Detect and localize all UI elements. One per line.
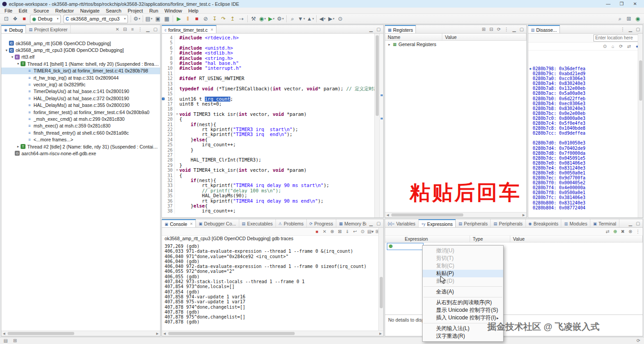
disasm-line[interactable]: 0280b7d8: 0x7f0000da <box>528 151 637 156</box>
resume-icon[interactable]: ▶ <box>174 15 183 23</box>
code-text[interactable]: if(nest){ <box>179 178 374 183</box>
filter-icon[interactable]: ≡ <box>130 27 136 32</box>
code-text[interactable]: #include <string.h> <box>179 56 374 61</box>
code-text[interactable]: #include "interrupt.h" <box>179 66 374 71</box>
overview-ruler[interactable] <box>379 34 383 217</box>
minimize-button[interactable]: — <box>602 0 615 8</box>
tab-disasse[interactable]: ▥Disasse... <box>528 25 560 33</box>
tree-arrow-icon[interactable]: ▾ <box>16 62 21 66</box>
code-text[interactable]: HAL_TIMER_ClrInt(TIMER3); <box>179 157 374 162</box>
menu-run[interactable]: Run <box>146 8 161 13</box>
scrollbar-thumb[interactable] <box>391 213 463 217</box>
maximize-button[interactable]: ❐ <box>615 0 628 8</box>
add-expression-cell[interactable]: ⊕ <box>387 243 424 250</box>
pin-editor-icon[interactable]: ⊙ <box>336 15 345 23</box>
disasm-line[interactable]: 0280b7d4: 0x70402de9 <box>528 146 637 151</box>
fold-marker-icon[interactable]: ⊟ <box>175 168 179 173</box>
tab-progress[interactable]: ⟳Progress <box>307 219 336 227</box>
console-horizontal-scrollbar[interactable]: ◀ ▶ <box>162 331 383 336</box>
step-return-icon[interactable]: ↥ <box>228 15 237 23</box>
remove-launch-icon[interactable]: ✕ <box>322 229 327 234</box>
pin-icon[interactable]: ⊙ <box>602 44 608 49</box>
gear-icon[interactable]: ⚙▾ <box>132 15 141 23</box>
home-icon[interactable]: ⌂ <box>610 44 616 49</box>
code-text[interactable]: } <box>179 148 374 153</box>
fold-marker-icon[interactable]: ⊟ <box>175 112 179 117</box>
remove-all-terminated-icon[interactable]: ✕ <box>114 27 120 32</box>
code-text[interactable]: irq_count++; <box>179 208 374 213</box>
code-text[interactable]: #include <stdlib.h> <box>179 51 374 55</box>
build-icon[interactable]: ⚒ <box>249 15 258 23</box>
disasm-line[interactable]: 0280b7e4: 0x831240e3 <box>528 166 637 170</box>
column-header-expression[interactable]: Expression <box>385 236 470 242</box>
debug-tree-item[interactable]: Cok3568_amp_rtt [GDB OpenOCD Debugging] <box>1 40 160 47</box>
maximize-icon[interactable]: ▢ <box>519 27 525 32</box>
tree-arrow-icon[interactable]: ▾ <box>4 48 9 52</box>
debug-perspective-icon[interactable]: ◉ <box>633 15 642 23</box>
disasm-line[interactable]: 0280b7b8: 0x830240e3 <box>528 106 637 111</box>
debug-horizontal-scrollbar[interactable]: ◀ ▶ <box>1 331 160 336</box>
code-text[interactable]: void TIMER4_tick_isr(int vector, void *p… <box>179 168 374 173</box>
code-text[interactable]: if(nest){ <box>179 122 374 127</box>
code-text[interactable]: { <box>179 173 374 178</box>
disassembly-vertical-scrollbar[interactable] <box>638 34 643 217</box>
search-icon[interactable]: ⌕ <box>615 15 624 23</box>
tab-executables[interactable]: ▤Executables <box>239 219 276 227</box>
menu-edit[interactable]: Edit <box>16 8 30 13</box>
registers-horizontal-scrollbar[interactable]: ◀ ▶ <box>385 212 526 217</box>
tab-debugger-co[interactable]: ▣Debugger Co... <box>196 219 239 227</box>
scroll-lock-icon[interactable]: ⇓ <box>344 229 350 234</box>
menu-file[interactable]: File <box>1 8 16 13</box>
new-icon[interactable]: ▤▾ <box>144 15 153 23</box>
search-icon[interactable]: ⌕ <box>288 15 297 23</box>
remove-expression-icon[interactable]: ✖ <box>620 229 626 234</box>
debug-tree-item[interactable]: ▾Cok3568_amp_rtt_cpu3 [GDB OpenOCD Debug… <box>1 47 160 53</box>
disasm-line[interactable]: 0280b7d0: 0x010050e3 <box>528 140 637 145</box>
disasm-line[interactable]: 0280b7a8: 0x132e00eb <box>528 86 637 91</box>
suspend-icon[interactable]: ‖ <box>183 15 192 23</box>
view-menu-icon[interactable]: ⋮ <box>635 229 641 234</box>
menu-search[interactable]: Search <box>103 8 125 13</box>
terminate-icon[interactable]: ■ <box>314 229 320 234</box>
code-text[interactable] <box>179 91 374 96</box>
disasm-line[interactable]: 0280b7c8: 0x1040bde8 <box>528 126 637 131</box>
disasm-line[interactable]: ◆0280b798: 0x36deffea <box>528 66 637 71</box>
show-type-names-icon[interactable]: ⇄ <box>605 229 610 234</box>
run-dropdown-icon[interactable]: ▶▾ <box>267 15 276 23</box>
disasm-line[interactable]: 0280b7fc: 0x381406e3 <box>528 195 637 200</box>
scrollbar-thumb[interactable] <box>639 60 642 101</box>
disasm-line[interactable]: 0280b7f0: 0x000405e2 <box>528 180 637 185</box>
tab-modules[interactable]: ▥Modules <box>561 219 590 227</box>
code-text[interactable]: rt_kprintf("TIMER3 irq start\n"); <box>179 127 374 132</box>
debug-tree-item[interactable]: ≡msh_exec() at msh.c:359 0x281c830 <box>1 123 160 129</box>
tab-problems[interactable]: ⚠Problems <box>276 219 307 227</box>
debug-tree-item[interactable]: ≡_msh_exec_cmd() at msh.c:299 0x281c830 <box>1 115 160 122</box>
code-text[interactable]: rt_kprintf("TIMER3 irq end\n"); <box>179 132 374 137</box>
tab-variables[interactable]: (x)=Variables <box>385 219 419 227</box>
disasm-line[interactable]: 0280b7c0: 0x8000a0e3 <box>528 116 637 121</box>
context-menu-item-rtl-reading-order[interactable]: 从右到左的阅读顺序(R) <box>423 299 503 306</box>
column-header-value[interactable]: Value <box>442 34 526 40</box>
menu-window[interactable]: Window <box>161 8 185 13</box>
debug-tree-item[interactable]: ▾Ertt3.elf <box>1 54 160 60</box>
next-annotation-icon[interactable]: ▼▾ <box>297 15 306 23</box>
debug-tree-item[interactable]: ≡vector_irq() at 0x2829f9c <box>1 81 160 88</box>
view-menu-icon[interactable]: ⋮ <box>504 27 509 32</box>
disasm-line[interactable]: 0280b7f4: 0x4e00000a <box>528 185 637 190</box>
scroll-left-icon[interactable]: ◀ <box>1 332 7 336</box>
debug-tree-item[interactable]: ≡TIMER4_tick_isr() at forlinx_timer_test… <box>1 68 160 74</box>
disasm-line[interactable]: 0280b7e0: 0x081406e3 <box>528 161 637 166</box>
open-perspective-icon[interactable]: ⊞ <box>624 15 633 23</box>
debug-tree-item[interactable]: ≡TimerDelayUs() at hal_base.c:141 0x2800… <box>1 88 160 95</box>
code-text[interactable]: typedef void (*TimerISRCallback)(int vec… <box>179 86 374 91</box>
step-over-icon[interactable]: ↷ <box>219 15 228 23</box>
menu-project[interactable]: Project <box>124 8 146 13</box>
minimize-icon[interactable]: ▁ <box>511 27 517 32</box>
scroll-left-icon[interactable]: ◀ <box>162 332 167 336</box>
tab-breakpoints[interactable]: ◉Breakpoints <box>526 219 562 227</box>
tab-project-explorer[interactable]: ▤Project Explorer <box>26 25 71 33</box>
tab-expressions[interactable]: +yExpressions <box>419 219 456 227</box>
minimize-icon[interactable]: ▁ <box>145 27 151 32</box>
minimize-icon[interactable]: ▁ <box>368 27 374 32</box>
scrollbar-thumb[interactable] <box>376 35 379 116</box>
